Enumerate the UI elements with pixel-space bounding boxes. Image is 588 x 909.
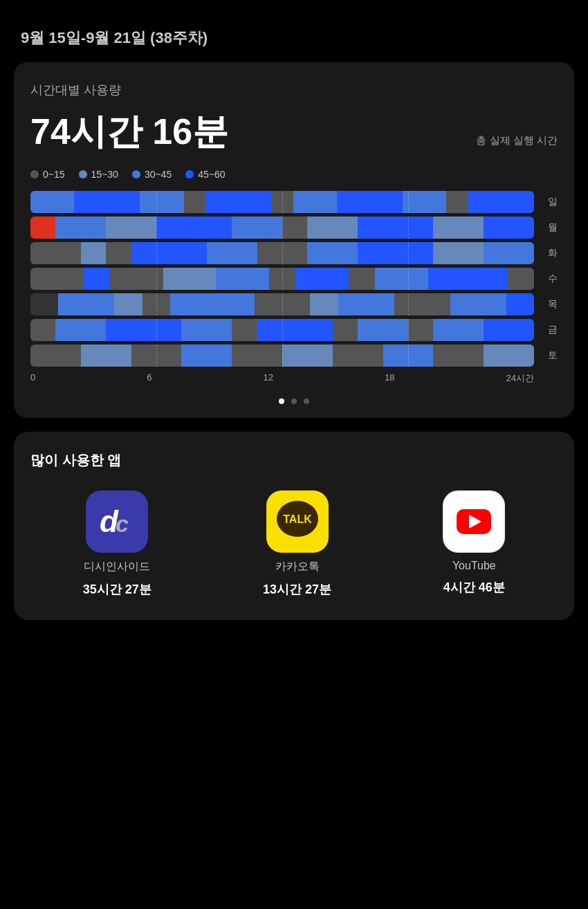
dashed-line [156, 242, 157, 264]
day-label-목: 목 [538, 298, 558, 311]
bar-segment [433, 345, 484, 367]
dashed-line [408, 217, 409, 239]
bar-segment [58, 293, 114, 315]
dot-1[interactable] [279, 398, 284, 404]
youtube-icon [443, 490, 505, 553]
dashed-line [156, 217, 157, 239]
bar-segment [375, 268, 428, 290]
bar-segment [216, 268, 269, 290]
bar-segment [484, 242, 534, 264]
legend-dot-30-45 [132, 170, 140, 178]
date-range-header: 9월 15일-9월 21일 (38주차) [14, 28, 574, 48]
dot-3[interactable] [304, 398, 309, 404]
app-item-youtube[interactable]: YouTube4시간 46분 [443, 490, 505, 598]
apps-card: 많이 사용한 앱 d c 디시인사이드35시간 27분 TALK 카카오톡13시… [14, 432, 574, 620]
dot-2[interactable] [291, 398, 297, 404]
bar-segment [428, 268, 508, 290]
bar-segment [30, 191, 74, 213]
chart-row-화: 화 [30, 242, 558, 264]
bar-segment [358, 319, 408, 341]
bar-segment [337, 191, 403, 213]
legend-dot-0-15 [30, 170, 39, 178]
bar-segment [282, 217, 307, 239]
dashed-line [282, 191, 283, 213]
x-axis: 06121824시간 [30, 372, 558, 385]
bar-segment [282, 345, 333, 367]
bar-segment [55, 319, 106, 341]
bar-segment [403, 191, 446, 213]
apps-grid: d c 디시인사이드35시간 27분 TALK 카카오톡13시간 27분 You… [30, 490, 558, 598]
app-item-dcinside[interactable]: d c 디시인사이드35시간 27분 [83, 490, 151, 598]
bar-segment [106, 319, 181, 341]
row-bar [30, 293, 534, 315]
bar-segment [358, 242, 433, 264]
dcinside-logo: d c [96, 504, 138, 539]
dashed-line [156, 268, 157, 290]
legend-label-0-15: 0~15 [43, 169, 65, 180]
legend-label-30-45: 30~45 [145, 169, 172, 180]
bar-segment [106, 217, 156, 239]
row-bar [30, 319, 534, 341]
dashed-line [282, 345, 283, 367]
bar-segment [310, 293, 338, 315]
bar-segment [181, 345, 232, 367]
bar-segment [338, 293, 394, 315]
bar-segment [181, 319, 232, 341]
bar-segment [55, 217, 106, 239]
bar-segment [140, 191, 183, 213]
bar-segment [295, 268, 349, 290]
bar-segment [163, 268, 217, 290]
bar-segment [30, 217, 55, 239]
legend-item-0-15: 0~15 [30, 169, 65, 180]
bar-segment [106, 242, 131, 264]
youtube-play-triangle [469, 515, 481, 529]
legend-dot-45-60 [185, 170, 194, 178]
bar-segment [307, 217, 358, 239]
usage-card-title: 시간대별 사용량 [30, 82, 558, 98]
bar-segment [433, 217, 484, 239]
dashed-line [156, 345, 157, 367]
bar-segment [358, 217, 433, 239]
bar-segment [293, 191, 337, 213]
bar-segment [205, 191, 271, 213]
bar-segment [170, 293, 254, 315]
bar-segment [394, 293, 450, 315]
bar-segment [506, 293, 534, 315]
youtube-time: 4시간 46분 [443, 579, 505, 596]
bar-segment [232, 319, 257, 341]
bar-segment [30, 268, 84, 290]
total-time-label: 총 실제 실행 시간 [476, 134, 558, 147]
dashed-line [156, 293, 157, 315]
bar-segment [156, 217, 232, 239]
chart-row-일: 일 [30, 191, 558, 213]
bar-segment [30, 242, 81, 264]
day-label-화: 화 [538, 247, 558, 259]
bar-segment [30, 293, 58, 315]
bar-segment [30, 319, 55, 341]
bar-segment [446, 191, 468, 213]
dcinside-name: 디시인사이드 [84, 560, 150, 574]
bar-segment [333, 345, 383, 367]
dashed-line [408, 268, 409, 290]
legend-label-45-60: 45~60 [198, 169, 225, 180]
dashed-line [282, 319, 283, 341]
row-bar [30, 345, 534, 367]
day-label-금: 금 [538, 324, 558, 336]
dashed-line [408, 191, 409, 213]
bar-segment [131, 242, 207, 264]
day-label-토: 토 [538, 349, 558, 362]
bar-segment [81, 242, 106, 264]
dashed-line [282, 293, 283, 315]
bar-segment [433, 242, 484, 264]
dashed-line [282, 242, 283, 264]
bar-segment [433, 319, 484, 341]
x-label-18: 18 [385, 372, 394, 385]
row-bar [30, 268, 534, 290]
dashed-line [408, 319, 409, 341]
app-item-kakao[interactable]: TALK 카카오톡13시간 27분 [263, 490, 331, 598]
kakao-name: 카카오톡 [275, 560, 320, 574]
bar-segment [468, 191, 534, 213]
chart-rows: 일월화수목금토 [30, 191, 558, 367]
kakao-bubble: TALK [274, 498, 321, 545]
chart-row-토: 토 [30, 345, 558, 367]
